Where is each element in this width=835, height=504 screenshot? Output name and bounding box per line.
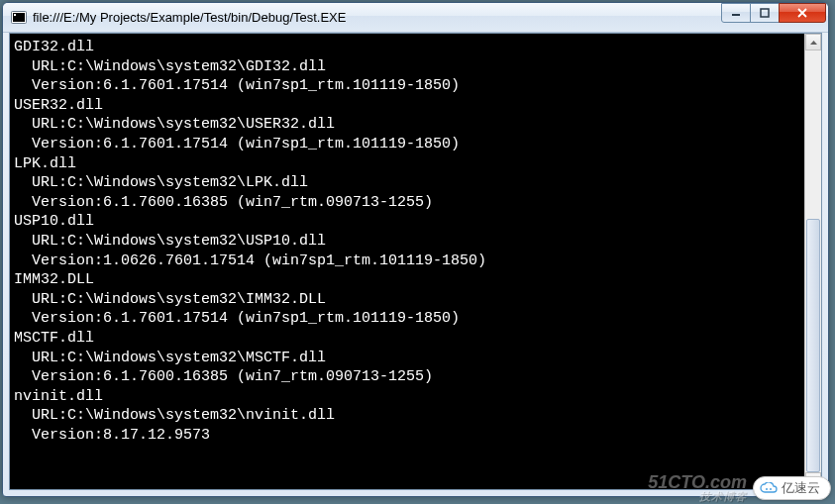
module-url: URL:C:\Windows\system32\GDI32.dll [14,57,821,77]
module-url: URL:C:\Windows\system32\nvinit.dll [14,406,821,426]
console-output: GDI32.dllURL:C:\Windows\system32\GDI32.d… [14,38,821,445]
close-button[interactable] [779,3,826,23]
app-window: file:///E:/My Projects/Example/Test/bin/… [2,2,829,497]
module-name: MSCTF.dll [14,329,821,349]
cloud-icon [760,482,778,494]
module-name: IMM32.DLL [14,270,821,290]
module-url: URL:C:\Windows\system32\MSCTF.dll [14,349,821,368]
vertical-scrollbar[interactable] [804,34,821,489]
module-version: Version:8.17.12.9573 [14,426,821,446]
module-version: Version:6.1.7601.17514 (win7sp1_rtm.1011… [14,135,821,154]
watermark: 51CTO.com 技术博客 亿速云 [648,473,831,502]
svg-rect-2 [14,14,16,16]
console-app-icon [11,10,27,26]
module-name: nvinit.dll [14,387,821,407]
module-name: USER32.dll [14,96,821,116]
module-version: Version:6.1.7601.17514 (win7sp1_rtm.1011… [14,76,821,96]
window-title: file:///E:/My Projects/Example/Test/bin/… [33,10,722,25]
maximize-button[interactable] [750,3,780,23]
scroll-track[interactable] [805,50,821,472]
module-name: USP10.dll [14,212,821,232]
scroll-up-button[interactable] [805,34,821,50]
watermark-brand: 51CTO.com 技术博客 [648,473,747,502]
module-name: LPK.dll [14,154,821,174]
module-name: GDI32.dll [14,38,821,57]
module-version: Version:6.1.7600.16385 (win7_rtm.090713-… [14,193,821,213]
module-version: Version:1.0626.7601.17514 (win7sp1_rtm.1… [14,252,821,271]
module-version: Version:6.1.7600.16385 (win7_rtm.090713-… [14,367,821,387]
module-version: Version:6.1.7601.17514 (win7sp1_rtm.1011… [14,309,821,329]
module-url: URL:C:\Windows\system32\IMM32.DLL [14,290,821,310]
console-client-area: GDI32.dllURL:C:\Windows\system32\GDI32.d… [9,33,822,490]
svg-rect-3 [732,14,740,16]
svg-point-6 [770,488,772,490]
svg-point-5 [766,488,768,490]
module-url: URL:C:\Windows\system32\USP10.dll [14,232,821,252]
watermark-pill: 亿速云 [753,476,831,500]
svg-rect-4 [761,9,769,17]
module-url: URL:C:\Windows\system32\LPK.dll [14,173,821,193]
titlebar[interactable]: file:///E:/My Projects/Example/Test/bin/… [3,3,828,33]
minimize-button[interactable] [721,3,751,23]
module-url: URL:C:\Windows\system32\USER32.dll [14,115,821,135]
caption-buttons [722,3,826,32]
scroll-thumb[interactable] [806,219,820,472]
